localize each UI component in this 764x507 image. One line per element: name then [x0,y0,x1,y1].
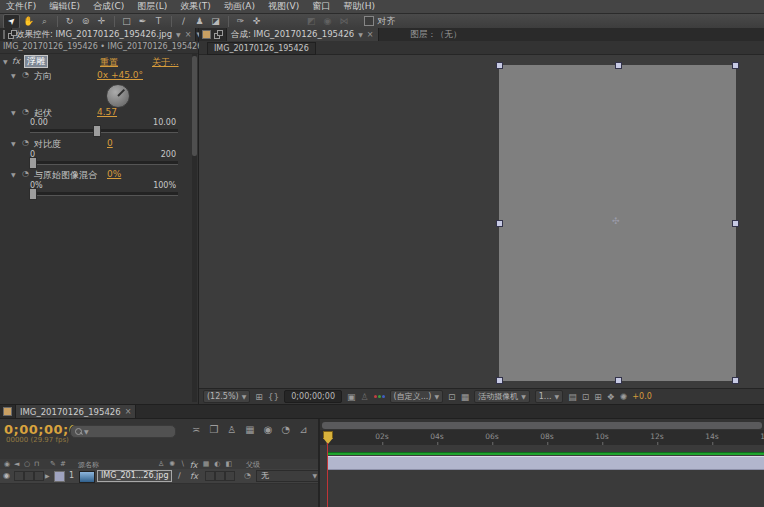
direction-expand-triangle[interactable]: ▼ [11,72,16,79]
relief-stopwatch-icon[interactable]: ◔ [22,107,29,116]
time-navigator[interactable] [322,422,762,429]
viewer-comp-tab[interactable]: IMG_20170126_195426 [207,42,316,55]
contrast-expand-triangle[interactable]: ▼ [11,140,16,147]
clone-stamp-tool-icon[interactable]: ♟ [192,15,207,28]
rotation-tool-icon[interactable]: ↻ [62,15,77,28]
direction-stopwatch-icon[interactable]: ◔ [22,70,29,79]
blend-slider-thumb[interactable] [29,188,37,200]
handle-bottom-center[interactable] [615,377,622,384]
relief-slider[interactable] [30,129,178,133]
flowchart-button-icon[interactable]: ❖ [607,392,615,402]
direction-value[interactable]: 0x +45.0° [97,70,143,80]
mask-visibility-icon[interactable]: {} [268,392,279,402]
draft-3d-icon[interactable]: ❐ [209,424,218,435]
reset-link[interactable]: 重置 [100,56,118,69]
anchor-point-icon[interactable]: ✣ [612,216,620,226]
view-layout-dropdown[interactable]: 1... ▼ [535,390,563,403]
safe-frames-icon[interactable]: ⊞ [255,392,263,402]
chevron-down-icon[interactable]: ▼ [176,31,181,38]
mask-shape-tool-icon[interactable]: □ [119,15,134,28]
parent-dropdown[interactable]: 无 ▼ [256,470,320,482]
resolution-dropdown[interactable]: (自定义...) ▼ [390,390,444,403]
zoom-tool-icon[interactable]: ⌕ [37,15,52,28]
layer-switch-cell[interactable] [205,471,215,481]
contrast-value[interactable]: 0 [107,138,113,148]
timeline-button-icon[interactable]: ⊞ [594,392,602,402]
relief-value[interactable]: 4.57 [97,107,117,117]
relief-slider-thumb[interactable] [93,125,101,137]
layer-visibility-eye-icon[interactable]: ◉ [3,471,10,480]
align-checkbox[interactable] [364,16,374,26]
menu-effect[interactable]: 效果(T) [180,0,211,13]
parent-pickwhip-icon[interactable]: ◔ [244,471,251,480]
menu-view[interactable]: 视图(V) [268,0,299,13]
pan-behind-tool-icon[interactable]: ✛ [94,15,109,28]
layer-solo-cell[interactable] [24,471,34,481]
show-snapshot-icon[interactable]: ♙ [361,392,369,402]
layer-duration-bar[interactable] [327,456,764,470]
hand-tool-icon[interactable]: ✋ [21,15,36,28]
layer-row[interactable]: ◉ ▶ 1 IMG_201...26.jpg ∕ fx ◔ 无 ▼ [0,469,318,484]
frame-blend-icon[interactable]: ▦ [245,424,254,435]
layer-audio-cell[interactable] [14,471,24,481]
handle-middle-right[interactable] [732,220,739,227]
effect-panel-scrollbar[interactable] [192,54,197,402]
contrast-slider[interactable] [30,161,178,165]
timeline-comp-tab[interactable]: IMG_20170126_195426 × [15,405,136,418]
blend-expand-triangle[interactable]: ▼ [11,171,16,178]
composition-tab[interactable]: 合成: IMG_20170126_195426 ▼ × [226,28,379,41]
menu-animation[interactable]: 动画(A) [224,0,255,13]
handle-top-center[interactable] [615,62,622,69]
handle-top-left[interactable] [496,62,503,69]
fast-preview-icon[interactable]: ⊡ [582,392,590,402]
effect-controls-tab[interactable]: 效果控件: IMG_20170126_195426.jpg ▼ × [11,28,196,41]
time-ruler[interactable]: 0s 02s 04s 06s 08s 10s 12s 14s 16s [320,430,764,446]
menu-window[interactable]: 窗口 [312,0,330,13]
layer-label-color[interactable] [54,471,65,482]
camera-view-dropdown[interactable]: 活动摄像机 ▼ [474,390,530,403]
composition-viewer[interactable]: ✣ [199,55,764,389]
menu-composition[interactable]: 合成(C) [93,0,124,13]
camera-tool-icon[interactable]: ⊚ [78,15,93,28]
timeline-track-area[interactable]: 0s 02s 04s 06s 08s 10s 12s 14s 16s [320,419,764,507]
chevron-down-icon[interactable]: ▼ [358,31,363,38]
brush-tool-icon[interactable]: ∕ [176,15,191,28]
close-icon[interactable]: × [125,407,132,416]
layer-expand-arrow[interactable]: ▶ [45,472,50,479]
shy-layers-icon[interactable]: ♙ [227,424,236,435]
layer-panel-tab[interactable]: 图层：（无） [407,28,466,41]
exposure-value[interactable]: +0.0 [632,392,651,401]
menu-help[interactable]: 帮助(H) [343,0,375,13]
channel-icon[interactable] [374,395,385,398]
contrast-stopwatch-icon[interactable]: ◔ [22,138,29,147]
mini-flowchart-icon[interactable]: ≍ [192,424,200,435]
layer-switch-cell[interactable] [215,471,225,481]
close-icon[interactable]: × [185,30,192,39]
blend-stopwatch-icon[interactable]: ◔ [22,169,29,178]
handle-top-right[interactable] [732,62,739,69]
contrast-slider-thumb[interactable] [29,157,37,169]
auto-keyframe-icon[interactable]: ◔ [282,424,291,435]
menu-layer[interactable]: 图层(L) [137,0,167,13]
type-tool-icon[interactable]: T [151,15,166,28]
exposure-icon[interactable]: ✺ [620,392,628,402]
effect-name-editbox[interactable]: 浮雕 [24,55,48,68]
effect-expand-triangle[interactable]: ▼ [3,58,8,65]
canvas-layer[interactable]: ✣ [499,65,736,381]
blend-slider[interactable] [30,192,178,196]
handle-bottom-left[interactable] [496,377,503,384]
relief-expand-triangle[interactable]: ▼ [11,109,16,116]
pixel-aspect-icon[interactable]: ▤ [568,392,577,402]
comp-timecode[interactable]: 0;00;00;00 [284,390,342,403]
puppet-pin-tool-icon[interactable]: ✜ [249,15,264,28]
region-of-interest-icon[interactable]: ⊡ [448,392,456,402]
layer-lock-cell[interactable] [34,471,44,481]
timeline-search-input[interactable]: ▼ [70,425,176,438]
menu-edit[interactable]: 编辑(E) [49,0,80,13]
close-icon[interactable]: × [367,30,374,39]
eraser-tool-icon[interactable]: ◪ [208,15,223,28]
menu-file[interactable]: 文件(F) [6,0,36,13]
roto-brush-tool-icon[interactable]: ✑ [233,15,248,28]
layer-switch-cell[interactable] [225,471,235,481]
track-body[interactable] [320,445,764,507]
